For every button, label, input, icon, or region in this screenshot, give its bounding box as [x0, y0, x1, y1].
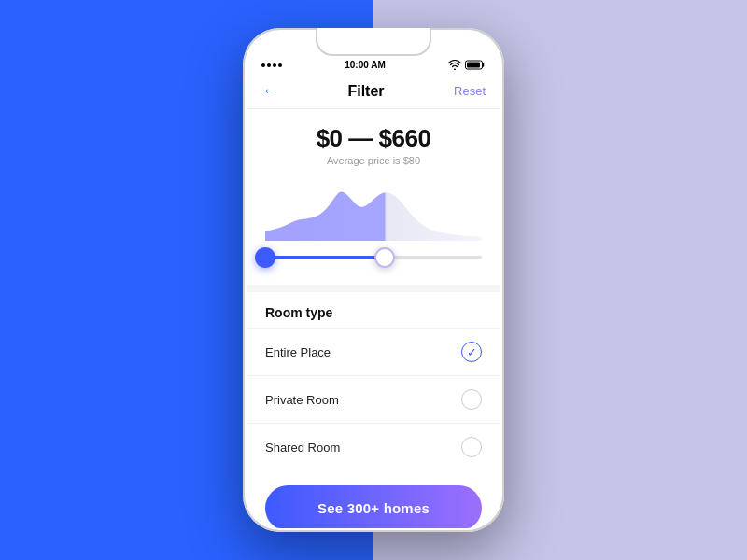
radio-shared[interactable] — [461, 437, 482, 457]
content-area: $0 — $660 Average price is $80 — [247, 109, 500, 528]
room-option-shared[interactable]: Shared Room — [247, 423, 500, 470]
room-label-entire: Entire Place — [265, 345, 331, 359]
room-label-private: Private Room — [265, 393, 339, 407]
check-icon: ✓ — [467, 345, 477, 359]
price-section: $0 — $660 Average price is $80 — [247, 109, 500, 166]
status-time: 10:00 AM — [345, 60, 386, 70]
room-label-shared: Shared Room — [265, 441, 340, 455]
section-divider — [247, 285, 500, 292]
slider-thumb-max[interactable] — [374, 247, 395, 268]
phone-screen: 10:00 AM — [247, 54, 500, 528]
wifi-icon — [448, 60, 461, 70]
status-icons — [448, 60, 486, 70]
status-bar: 10:00 AM — [247, 54, 500, 74]
reset-button[interactable]: Reset — [454, 84, 486, 98]
price-range: $0 — $660 — [265, 124, 482, 153]
svg-rect-1 — [467, 63, 480, 68]
radio-entire[interactable]: ✓ — [461, 342, 482, 362]
phone-wrapper: 10:00 AM — [243, 28, 504, 532]
slider-fill — [265, 256, 385, 259]
back-button[interactable]: ← — [261, 81, 278, 101]
phone-frame: 10:00 AM — [243, 28, 504, 532]
see-homes-button[interactable]: See 300+ homes — [265, 485, 482, 528]
page-title: Filter — [347, 83, 384, 100]
signal-icon — [261, 63, 282, 67]
room-type-title: Room type — [247, 292, 500, 328]
cta-section: See 300+ homes — [247, 470, 500, 528]
nav-bar: ← Filter Reset — [247, 74, 500, 109]
battery-icon — [465, 60, 486, 70]
price-avg: Average price is $80 — [265, 155, 482, 166]
price-chart — [247, 166, 500, 241]
room-option-private[interactable]: Private Room — [247, 375, 500, 423]
slider-track — [265, 256, 482, 259]
slider-thumb-min[interactable] — [255, 247, 275, 268]
price-slider[interactable] — [247, 241, 500, 285]
room-option-entire[interactable]: Entire Place ✓ — [247, 328, 500, 375]
radio-private[interactable] — [461, 389, 482, 410]
